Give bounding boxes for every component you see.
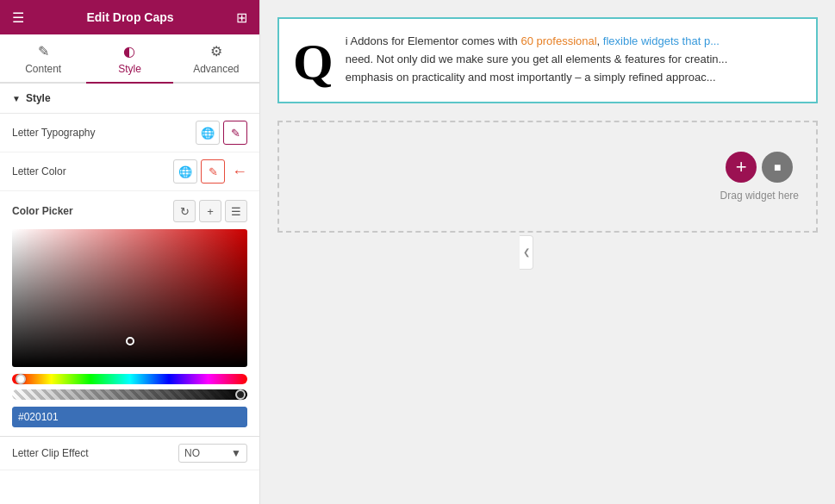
letter-color-controls: 🌐 ✎ ← bbox=[173, 159, 247, 184]
color-picker-label: Color Picker bbox=[12, 205, 73, 217]
color-picker-menu-btn[interactable]: ☰ bbox=[225, 200, 247, 222]
main-content: Q i Addons for Elementor comes with 60 p… bbox=[260, 0, 835, 504]
letter-clip-effect-row: Letter Clip Effect NO ▼ bbox=[0, 437, 259, 470]
sidebar-body: ▼ Style Letter Typography 🌐 ✎ Letter Col… bbox=[0, 84, 259, 504]
sidebar: ☰ Edit Drop Caps ⊞ ✎ Content ◐ Style ⚙ A… bbox=[0, 0, 260, 504]
advanced-tab-icon: ⚙ bbox=[210, 43, 222, 59]
letter-color-label: Letter Color bbox=[12, 165, 173, 177]
hamburger-icon[interactable]: ☰ bbox=[12, 9, 24, 26]
color-picker-actions: ↻ + ☰ bbox=[173, 200, 247, 222]
tabs-bar: ✎ Content ◐ Style ⚙ Advanced bbox=[0, 34, 259, 84]
hex-input[interactable] bbox=[12, 407, 247, 427]
arrow-indicator: ← bbox=[232, 163, 247, 181]
letter-typography-globe-btn[interactable]: 🌐 bbox=[196, 121, 220, 145]
widget-type-button[interactable]: ■ bbox=[762, 152, 793, 183]
color-canvas[interactable] bbox=[12, 229, 247, 367]
letter-color-row: Letter Color 🌐 ✎ ← bbox=[0, 152, 259, 191]
color-picker-section: Color Picker ↻ + ☰ bbox=[0, 191, 259, 437]
add-widget-button[interactable]: + bbox=[726, 152, 757, 183]
page-title: Edit Drop Caps bbox=[86, 10, 173, 24]
drop-cap-text: i Addons for Elementor comes with 60 pro… bbox=[346, 33, 802, 86]
color-picker-cursor bbox=[126, 337, 134, 345]
content-tab-label: Content bbox=[25, 63, 61, 75]
letter-typography-label: Letter Typography bbox=[12, 127, 196, 139]
drop-cap-content: Q i Addons for Elementor comes with 60 p… bbox=[293, 33, 802, 88]
letter-typography-row: Letter Typography 🌐 ✎ bbox=[0, 114, 259, 152]
letter-typography-edit-btn[interactable]: ✎ bbox=[223, 121, 247, 145]
style-section-label: Style bbox=[26, 92, 51, 104]
style-tab-icon: ◐ bbox=[123, 43, 135, 59]
drop-cap-letter: Q bbox=[293, 36, 333, 88]
section-arrow-icon: ▼ bbox=[12, 94, 21, 103]
letter-clip-effect-value: NO bbox=[184, 447, 200, 459]
collapse-sidebar-button[interactable]: ❮ bbox=[520, 235, 533, 270]
opacity-slider[interactable] bbox=[12, 389, 247, 400]
tab-style[interactable]: ◐ Style bbox=[86, 34, 172, 84]
grid-icon[interactable]: ⊞ bbox=[236, 9, 247, 26]
opacity-cursor bbox=[235, 389, 246, 400]
chevron-down-icon: ▼ bbox=[231, 447, 241, 459]
color-picker-header: Color Picker ↻ + ☰ bbox=[12, 200, 247, 222]
drag-widget-buttons: + ■ bbox=[726, 152, 793, 183]
letter-typography-controls: 🌐 ✎ bbox=[196, 121, 247, 145]
color-picker-reset-btn[interactable]: ↻ bbox=[173, 200, 196, 222]
tab-advanced[interactable]: ⚙ Advanced bbox=[173, 34, 259, 82]
hue-cursor bbox=[16, 374, 26, 384]
hue-slider[interactable] bbox=[12, 374, 247, 384]
drag-widget-controls: + ■ Drag widget here bbox=[720, 152, 799, 202]
letter-color-globe-btn[interactable]: 🌐 bbox=[173, 159, 197, 184]
drop-cap-widget: Q i Addons for Elementor comes with 60 p… bbox=[277, 17, 818, 103]
style-tab-label: Style bbox=[118, 63, 141, 75]
content-tab-icon: ✎ bbox=[38, 43, 49, 59]
style-section-header[interactable]: ▼ Style bbox=[0, 84, 259, 114]
advanced-tab-label: Advanced bbox=[193, 63, 239, 75]
letter-clip-effect-select[interactable]: NO ▼ bbox=[178, 444, 247, 463]
letter-color-edit-btn[interactable]: ✎ bbox=[201, 159, 225, 184]
tab-content[interactable]: ✎ Content bbox=[0, 34, 86, 82]
empty-widget-area: + ■ Drag widget here bbox=[277, 121, 818, 233]
letter-clip-effect-label: Letter Clip Effect bbox=[12, 447, 178, 459]
drag-widget-label: Drag widget here bbox=[720, 190, 799, 202]
hex-input-row bbox=[12, 407, 247, 427]
sidebar-header: ☰ Edit Drop Caps ⊞ bbox=[0, 0, 259, 34]
color-picker-add-btn[interactable]: + bbox=[199, 200, 221, 222]
